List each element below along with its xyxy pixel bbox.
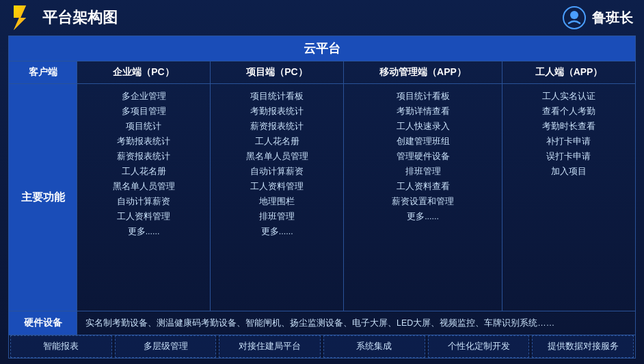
header: 平台架构图 鲁班长 bbox=[8, 5, 636, 30]
feature-item: 智能报表 bbox=[10, 335, 112, 358]
main-function-label: 主要功能 bbox=[9, 84, 77, 311]
svg-marker-1 bbox=[14, 5, 26, 30]
list-item: 查看个人考勤 bbox=[507, 104, 631, 118]
page: 平台架构图 鲁班长 云平台 客户端 企业端（PC） 项目端 bbox=[0, 0, 644, 364]
project-content: 项目统计看板考勤报表统计薪资报表统计工人花名册黑名单人员管理自动计算薪资工人资料… bbox=[211, 84, 344, 311]
worker-content: 工人实名认证查看个人考勤考勤时长查看补打卡申请误打卡申请加入项目 bbox=[502, 84, 635, 311]
page-title: 平台架构图 bbox=[42, 8, 118, 28]
feature-item: 多层级管理 bbox=[115, 335, 217, 358]
list-item: 薪资报表统计 bbox=[215, 120, 339, 133]
list-item: 工人资料管理 bbox=[81, 210, 206, 223]
list-item: 创建管理班组 bbox=[348, 135, 498, 148]
list-item: 多企业管理 bbox=[81, 89, 206, 103]
list-item: 误打卡申请 bbox=[507, 150, 631, 163]
list-item: 自动计算薪资 bbox=[215, 165, 339, 178]
list-item: 补打卡申请 bbox=[507, 135, 631, 148]
list-item: 工人实名认证 bbox=[507, 89, 631, 103]
list-item: 考勤报表统计 bbox=[215, 104, 339, 118]
brand-icon bbox=[562, 5, 587, 30]
list-item: 排班管理 bbox=[215, 210, 339, 223]
main-content-row: 主要功能 多企业管理多项目管理项目统计考勤报表统计薪资报表统计工人花名册黑名单人… bbox=[9, 84, 635, 311]
list-item: 加入项目 bbox=[507, 165, 631, 178]
col-header-client: 客户端 bbox=[9, 61, 77, 83]
list-item: 考勤详情查看 bbox=[348, 104, 498, 118]
hardware-content: 实名制考勤设备、测温健康码考勤设备、智能闸机、扬尘监测设备、电子大屏、LED大屏… bbox=[77, 312, 635, 335]
list-item: 薪资报表统计 bbox=[81, 150, 206, 163]
list-item: 考勤时长查看 bbox=[507, 120, 631, 133]
main-table: 云平台 客户端 企业端（PC） 项目端（PC） 移动管理端（APP） 工人端（A… bbox=[8, 36, 636, 359]
feature-item: 提供数据对接服务 bbox=[532, 335, 634, 358]
list-item: 管理硬件设备 bbox=[348, 150, 498, 163]
header-left: 平台架构图 bbox=[11, 5, 118, 30]
hardware-label: 硬件设备 bbox=[9, 311, 77, 335]
list-item: 工人花名册 bbox=[81, 165, 206, 178]
col-header-enterprise: 企业端（PC） bbox=[77, 61, 211, 83]
list-item: 更多...... bbox=[81, 225, 206, 238]
logo-icon bbox=[11, 5, 36, 30]
list-item: 工人花名册 bbox=[215, 135, 339, 148]
hardware-row: 硬件设备 实名制考勤设备、测温健康码考勤设备、智能闸机、扬尘监测设备、电子大屏、… bbox=[9, 311, 635, 335]
feature-item: 对接住建局平台 bbox=[219, 335, 321, 358]
list-item: 工人资料管理 bbox=[215, 180, 339, 193]
col-header-project: 项目端（PC） bbox=[211, 61, 344, 83]
svg-point-3 bbox=[570, 11, 578, 19]
brand-name: 鲁班长 bbox=[592, 9, 633, 27]
list-item: 地理围栏 bbox=[215, 195, 339, 208]
list-item: 排班管理 bbox=[348, 165, 498, 178]
list-item: 工人快速录入 bbox=[348, 120, 498, 133]
cloud-platform-label: 云平台 bbox=[304, 42, 340, 55]
enterprise-content: 多企业管理多项目管理项目统计考勤报表统计薪资报表统计工人花名册黑名单人员管理自动… bbox=[77, 84, 211, 311]
list-item: 项目统计看板 bbox=[215, 89, 339, 103]
col-header-worker: 工人端（APP） bbox=[502, 61, 635, 83]
list-item: 项目统计 bbox=[81, 120, 206, 133]
mobile-content: 项目统计看板考勤详情查看工人快速录入创建管理班组管理硬件设备排班管理工人资料查看… bbox=[344, 84, 502, 311]
list-item: 项目统计看板 bbox=[348, 89, 498, 103]
list-item: 多项目管理 bbox=[81, 104, 206, 118]
feature-item: 个性化定制开发 bbox=[428, 335, 530, 358]
list-item: 更多...... bbox=[348, 210, 498, 223]
col-header-mobile: 移动管理端（APP） bbox=[344, 61, 502, 83]
list-item: 更多...... bbox=[215, 225, 339, 238]
list-item: 考勤报表统计 bbox=[81, 135, 206, 148]
list-item: 自动计算薪资 bbox=[81, 195, 206, 208]
cloud-platform-row: 云平台 bbox=[9, 36, 635, 61]
list-item: 黑名单人员管理 bbox=[81, 180, 206, 193]
feature-item: 系统集成 bbox=[323, 335, 425, 358]
brand-logo: 鲁班长 bbox=[562, 5, 633, 30]
list-item: 工人资料查看 bbox=[348, 180, 498, 193]
list-item: 黑名单人员管理 bbox=[215, 150, 339, 163]
features-row: 智能报表多层级管理对接住建局平台系统集成个性化定制开发提供数据对接服务 bbox=[9, 335, 635, 358]
list-item: 薪资设置和管理 bbox=[348, 195, 498, 208]
column-headers: 客户端 企业端（PC） 项目端（PC） 移动管理端（APP） 工人端（APP） bbox=[9, 61, 635, 84]
